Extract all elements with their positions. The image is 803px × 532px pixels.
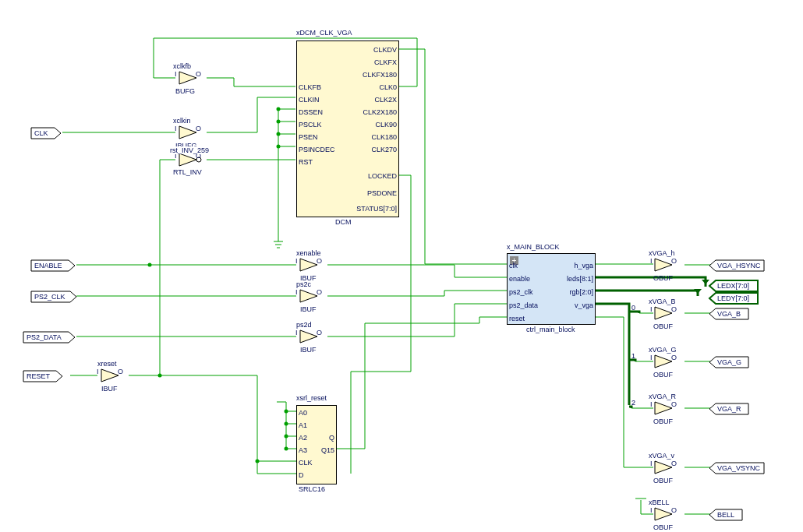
pad-vgavsync-label: VGA_VSYNC	[717, 464, 761, 472]
io-pads: CLK ENABLE PS2_CLK PS2_DATA RESET VGA_HS…	[0, 0, 803, 532]
pad-clk-label: CLK	[34, 129, 48, 137]
pad-vgar-label: VGA_R	[717, 405, 741, 413]
pad-enable-label: ENABLE	[34, 262, 62, 270]
pad-vgahsync-label: VGA_HSYNC	[717, 262, 761, 270]
pad-ledx-label: LEDX[7:0]	[717, 282, 749, 290]
pad-vgab-label: VGA_B	[717, 310, 741, 318]
pad-reset-label: RESET	[27, 372, 51, 380]
pad-ps2clk-label: PS2_CLK	[34, 293, 65, 301]
pad-vgag-label: VGA_G	[717, 358, 741, 366]
pad-ps2data-label: PS2_DATA	[27, 333, 62, 341]
pad-bell-label: BELL	[717, 511, 734, 519]
pad-ledy-label: LEDY[7:0]	[717, 294, 749, 302]
